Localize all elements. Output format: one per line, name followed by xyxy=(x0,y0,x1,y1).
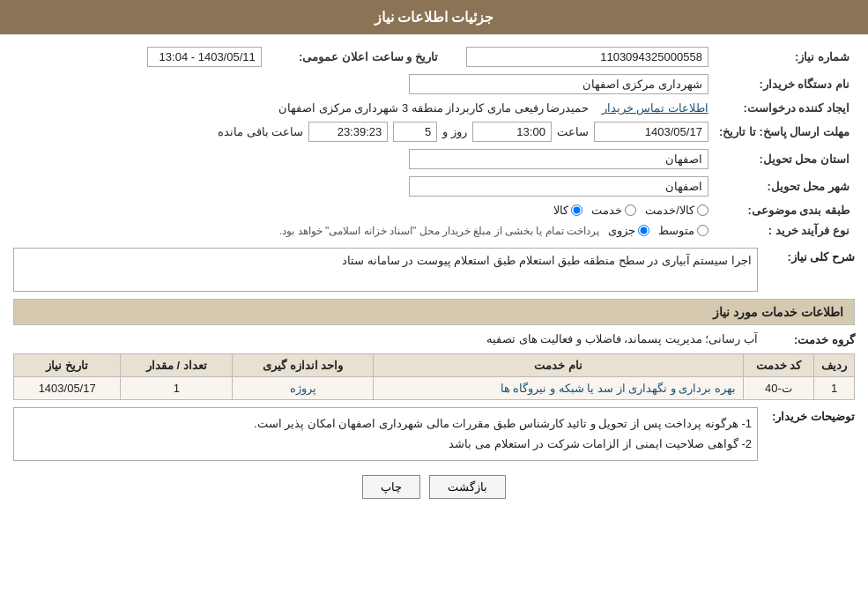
need-description-value: اجرا سیستم آبیاری در سطح منطقه طبق استعل… xyxy=(13,248,758,292)
category-label: طبقه بندی موضوعی: xyxy=(714,200,855,220)
category-kala-radio[interactable] xyxy=(571,204,582,216)
need-number-value: 1103094325000558 xyxy=(466,47,708,67)
reply-time-value: 13:00 xyxy=(472,122,552,142)
page-title: جزئیات اطلاعات نیاز xyxy=(375,10,494,25)
page-wrapper: جزئیات اطلاعات نیاز شماره نیاز: 11030943… xyxy=(0,0,868,609)
row-code: ت-40 xyxy=(744,377,814,400)
process-jozvi-option[interactable]: جزوی xyxy=(608,224,649,237)
buyer-notes-value: 1- هرگونه پرداخت پس از تحویل و تائید کار… xyxy=(13,407,758,461)
category-khedmat-radio[interactable] xyxy=(625,204,636,216)
row-process-type: نوع فرآیند خرید : متوسط جزوی پرداخت تمام… xyxy=(13,220,855,241)
buyer-org-value: شهرداری مرکزی اصفهان xyxy=(409,74,708,94)
delivery-province-label: استان محل تحویل: xyxy=(714,145,855,173)
process-jozvi-label: جزوی xyxy=(608,224,635,237)
row-buyer-org: نام دستگاه خریدار: شهرداری مرکزی اصفهان xyxy=(13,71,855,98)
requester-label: ایجاد کننده درخواست: xyxy=(714,98,855,118)
category-kala-khedmat-label: کالا/خدمت xyxy=(645,204,694,217)
col-date-header: تاریخ نیاز xyxy=(14,354,121,377)
row-number: 1 xyxy=(814,377,855,400)
row-delivery-city: شهر محل تحویل: اصفهان xyxy=(13,173,855,200)
category-radio-group: کالا/خدمت خدمت کالا xyxy=(19,204,708,217)
process-jozvi-radio[interactable] xyxy=(638,225,649,236)
services-table-body: 1ت-40بهره برداری و نگهداری از سد یا شبکه… xyxy=(14,377,855,400)
contact-link[interactable]: اطلاعات تماس خریدار xyxy=(602,101,708,115)
buyer-notes-line2: 2- گواهی صلاحیت ایمنی از الزامات شرکت در… xyxy=(19,434,752,454)
row-category: طبقه بندی موضوعی: کالا/خدمت خدمت xyxy=(13,200,855,220)
delivery-city-value: اصفهان xyxy=(409,176,708,197)
services-table: ردیف کد خدمت نام خدمت واحد اندازه گیری ت… xyxy=(13,353,855,400)
col-quantity-header: تعداد / مقدار xyxy=(121,354,233,377)
buyer-notes-label: توضیحات خریدار: xyxy=(758,407,855,423)
reply-remaining-label: ساعت باقی مانده xyxy=(218,125,303,138)
category-khedmat-option[interactable]: خدمت xyxy=(591,204,636,217)
need-description-row: شرح کلی نیاز: اجرا سیستم آبیاری در سطح م… xyxy=(13,248,855,292)
delivery-city-label: شهر محل تحویل: xyxy=(714,173,855,200)
col-number-header: ردیف xyxy=(814,354,855,377)
reply-time-label: ساعت xyxy=(557,125,589,138)
delivery-province-value: اصفهان xyxy=(409,149,708,169)
row-service-name: بهره برداری و نگهداری از سد یا شبکه و نی… xyxy=(374,377,744,400)
process-radio-group: متوسط جزوی پرداخت تمام یا بخشی از مبلغ خ… xyxy=(19,224,708,237)
col-unit-header: واحد اندازه گیری xyxy=(233,354,374,377)
bottom-buttons: بازگشت چاپ xyxy=(13,464,855,509)
buyer-notes-line1: 1- هرگونه پرداخت پس از تحویل و تائید کار… xyxy=(19,413,752,434)
process-motavaset-option[interactable]: متوسط xyxy=(658,224,708,237)
row-quantity: 1 xyxy=(121,377,233,400)
process-note: پرداخت تمام یا بخشی از مبلغ خریدار محل "… xyxy=(279,225,599,237)
reply-days-label: روز و xyxy=(442,125,467,138)
process-motavaset-label: متوسط xyxy=(658,224,694,237)
need-number-label: شماره نیاز: xyxy=(714,43,855,71)
service-group-value: آب رسانی؛ مدیریت پسماند، فاضلاب و فعالیت… xyxy=(486,332,758,345)
announcement-value: 1403/05/11 - 13:04 xyxy=(147,47,262,67)
services-section-header: اطلاعات خدمات مورد نیاز xyxy=(13,299,855,325)
service-group-row: گروه خدمت: آب رسانی؛ مدیریت پسماند، فاضل… xyxy=(13,330,855,346)
print-button[interactable]: چاپ xyxy=(362,475,420,499)
service-group-label: گروه خدمت: xyxy=(758,330,855,346)
col-code-header: کد خدمت xyxy=(744,354,814,377)
reply-date-value: 1403/05/17 xyxy=(594,122,708,142)
services-table-header-row: ردیف کد خدمت نام خدمت واحد اندازه گیری ت… xyxy=(14,354,855,377)
need-description-label: شرح کلی نیاز: xyxy=(758,248,855,264)
row-need-number: شماره نیاز: 1103094325000558 تاریخ و ساع… xyxy=(13,43,855,71)
process-label: نوع فرآیند خرید : xyxy=(714,220,855,241)
category-kala-option[interactable]: کالا xyxy=(553,204,582,217)
row-date: 1403/05/17 xyxy=(14,377,121,400)
services-table-head: ردیف کد خدمت نام خدمت واحد اندازه گیری ت… xyxy=(14,354,855,377)
page-header: جزئیات اطلاعات نیاز xyxy=(0,0,868,34)
announcement-label: تاریخ و ساعت اعلان عمومی: xyxy=(267,43,443,71)
buyer-org-label: نام دستگاه خریدار: xyxy=(714,71,855,98)
row-requester: ایجاد کننده درخواست: اطلاعات تماس خریدار… xyxy=(13,98,855,118)
table-row: 1ت-40بهره برداری و نگهداری از سد یا شبکه… xyxy=(14,377,855,400)
category-khedmat-label: خدمت xyxy=(591,204,622,217)
buyer-notes-row: توضیحات خریدار: 1- هرگونه پرداخت پس از ت… xyxy=(13,407,855,461)
requester-value: حمیدرضا رفیعی ماری کاربرداز منطقه 3 شهرد… xyxy=(278,101,589,115)
row-unit: پروژه xyxy=(233,377,374,400)
reply-remaining-value: 23:39:23 xyxy=(308,122,388,142)
reply-deadline-label: مهلت ارسال پاسخ: تا تاریخ: xyxy=(714,118,855,145)
category-kala-label: کالا xyxy=(553,204,568,217)
process-motavaset-radio[interactable] xyxy=(697,225,708,236)
col-name-header: نام خدمت xyxy=(374,354,744,377)
info-table: شماره نیاز: 1103094325000558 تاریخ و ساع… xyxy=(13,43,855,241)
back-button[interactable]: بازگشت xyxy=(429,475,506,499)
row-delivery-province: استان محل تحویل: اصفهان xyxy=(13,145,855,173)
category-kala-khedmat-radio[interactable] xyxy=(697,204,708,216)
content-area: شماره نیاز: 1103094325000558 تاریخ و ساع… xyxy=(0,34,868,518)
category-kala-khedmat-option[interactable]: کالا/خدمت xyxy=(645,204,708,217)
row-reply-deadline: مهلت ارسال پاسخ: تا تاریخ: 1403/05/17 سا… xyxy=(13,118,855,145)
reply-days-value: 5 xyxy=(393,122,437,142)
